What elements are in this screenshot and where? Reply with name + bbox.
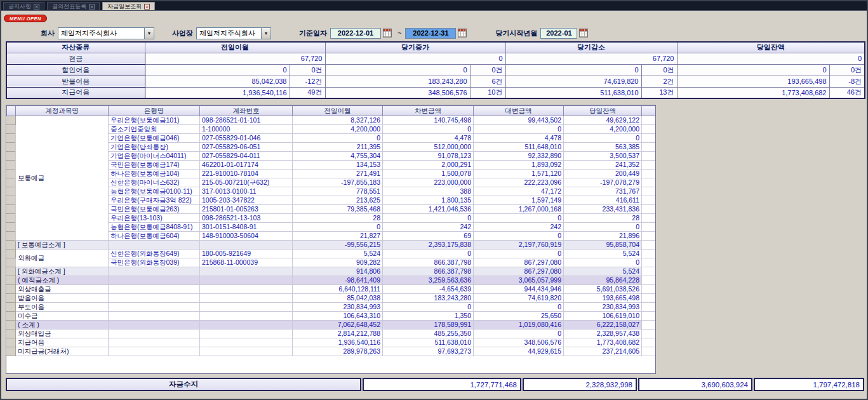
row-selector[interactable] <box>7 267 16 276</box>
daily-balance-cell: 0 <box>564 258 642 267</box>
calendar-icon[interactable] <box>458 29 467 37</box>
detail-row[interactable]: 미수금106,643,3101,35025,650106,619,010 <box>7 312 656 321</box>
credit-amount-cell: 242 <box>474 223 564 232</box>
row-selector[interactable] <box>7 338 16 347</box>
detail-row[interactable]: 미지급금(거래처)289,978,26397,693,27344,929,615… <box>7 347 656 356</box>
asset-type-button[interactable]: 받을어음 <box>6 76 145 87</box>
tab-notice[interactable]: 공지사항 × <box>3 2 44 10</box>
row-selector[interactable] <box>7 312 16 321</box>
detail-row[interactable]: 부도어음230,834,99300230,834,993 <box>7 303 656 312</box>
row-selector[interactable] <box>7 303 16 312</box>
dropdown-arrow-icon[interactable]: ▼ <box>261 28 270 39</box>
detail-row[interactable]: ( 예적금소계 )-98,641,4093,259,563,6363,065,0… <box>7 276 656 285</box>
account-name-cell: 받을어음 <box>16 294 109 303</box>
account-number-cell: 301-0151-8408-91 <box>200 223 293 232</box>
row-selector[interactable] <box>7 187 16 196</box>
menu-open-button[interactable]: MENU OPEN <box>4 15 47 22</box>
asset-type-button[interactable]: 지급어음 <box>6 87 145 98</box>
row-selector[interactable] <box>7 116 16 125</box>
tab-close-icon[interactable]: × <box>34 4 39 10</box>
daily-balance-cell: 95,864,228 <box>564 276 642 285</box>
row-selector[interactable] <box>7 205 16 214</box>
account-number-cell <box>200 267 293 276</box>
spacer-cell <box>642 214 656 223</box>
daily-balance-cell: 731,767 <box>564 187 642 196</box>
row-selector[interactable] <box>7 321 16 330</box>
debit-amount-cell: 0 <box>383 214 474 223</box>
detail-row[interactable]: [ 외화예금소계 ]914,806866,387,798867,297,0805… <box>7 267 656 276</box>
summary-header-decrease: 당기감소 <box>505 42 677 53</box>
tab-label: 공지사항 <box>8 3 31 11</box>
row-selector[interactable] <box>7 276 16 285</box>
prev-balance-cell: 213,625 <box>293 196 383 205</box>
row-selector[interactable] <box>7 241 16 250</box>
row-selector[interactable] <box>7 294 16 303</box>
debit-amount-cell: 1,800,135 <box>383 196 474 205</box>
tab-voucher-entry[interactable]: 결의전표등록 × <box>47 2 100 10</box>
credit-amount-cell: 1,597,149 <box>474 196 564 205</box>
bank-name-cell <box>109 303 200 312</box>
prev-balance-cell: 85,042,038 <box>293 294 383 303</box>
row-selector[interactable] <box>7 347 16 356</box>
detail-row[interactable]: [ 보통예금소계 ]-99,556,2152,393,175,8382,197,… <box>7 241 656 250</box>
row-selector[interactable] <box>7 196 16 205</box>
tab-fund-daily-report[interactable]: 자금일보조회 × <box>102 2 155 10</box>
detail-row[interactable]: 외상매입금2,814,212,788485,255,35002,328,957,… <box>7 330 656 338</box>
account-name-cell: 외화예금 <box>16 250 109 267</box>
calendar-icon[interactable] <box>383 29 392 37</box>
daily-balance-cell: 241,352 <box>564 161 642 170</box>
account-number-cell <box>200 276 293 285</box>
date-range-separator: ~ <box>397 29 401 37</box>
debit-amount-cell: 183,243,280 <box>383 294 474 303</box>
detail-row[interactable]: 외화예금신한은행(외화통장649)180-005-9216495,524005,… <box>7 250 656 258</box>
row-selector[interactable] <box>7 152 16 161</box>
base-date-from-input[interactable]: 2022-12-01 <box>330 28 381 39</box>
row-selector[interactable] <box>7 134 16 143</box>
detail-row[interactable]: 외상매출금6,640,128,111-4,654,639944,434,9465… <box>7 285 656 294</box>
account-name-cell: [ 보통예금소계 ] <box>16 241 109 250</box>
prev-balance-cell: 7,062,648,452 <box>293 321 383 330</box>
spacer-cell <box>642 205 656 214</box>
spacer-cell <box>642 178 656 187</box>
asset-type-button[interactable]: 할인어음 <box>6 64 145 76</box>
tab-close-icon[interactable]: × <box>89 4 95 10</box>
base-date-to-input[interactable]: 2022-12-31 <box>405 28 456 39</box>
detail-row[interactable]: 받을어음85,042,038183,243,28074,619,820193,6… <box>7 294 656 303</box>
account-name-cell: 지급어음 <box>16 338 109 347</box>
tab-close-icon[interactable]: × <box>144 4 150 10</box>
credit-amount-cell: 0 <box>474 125 564 134</box>
detail-row[interactable]: ( 소계 )7,062,648,452178,589,9911,019,080,… <box>7 321 656 330</box>
prev-balance-cell: 2,814,212,788 <box>293 330 383 338</box>
company-select[interactable]: 제일저지주식회사 ▼ <box>58 27 154 39</box>
detail-row[interactable]: 보통예금우리은행(보통예금101)098-286521-01-1018,327,… <box>7 116 656 125</box>
row-selector[interactable] <box>7 250 16 258</box>
row-selector[interactable] <box>7 232 16 241</box>
debit-amount-cell: 866,387,798 <box>383 267 474 276</box>
count-cell: 10건 <box>470 87 505 98</box>
row-selector[interactable] <box>7 214 16 223</box>
amount-cell: 0 <box>677 53 865 64</box>
calendar-icon[interactable] <box>579 29 588 37</box>
debit-amount-cell: 0 <box>383 250 474 258</box>
row-selector[interactable] <box>7 285 16 294</box>
period-start-input[interactable]: 2022-01 <box>540 28 577 39</box>
row-selector[interactable] <box>7 258 16 267</box>
row-selector[interactable] <box>7 170 16 178</box>
account-number-cell: 098-286521-01-101 <box>200 116 293 125</box>
row-selector[interactable] <box>7 161 16 170</box>
row-selector[interactable] <box>7 143 16 152</box>
row-selector[interactable] <box>7 330 16 338</box>
spacer-cell <box>642 338 656 347</box>
bank-name-cell: 하나은행(보통예금604) <box>109 232 200 241</box>
account-number-cell: 317-0013-0100-11 <box>200 187 293 196</box>
site-select[interactable]: 제일저지주식회사 ▼ <box>196 27 271 39</box>
spacer-cell <box>642 312 656 321</box>
row-selector[interactable] <box>7 178 16 187</box>
detail-row[interactable]: 지급어음1,936,540,116511,638,010348,506,5761… <box>7 338 656 347</box>
account-name-cell: 부도어음 <box>16 303 109 312</box>
bank-name-cell: 농협은행(보통예금0100-11) <box>109 187 200 196</box>
row-selector[interactable] <box>7 125 16 134</box>
row-selector[interactable] <box>7 223 16 232</box>
asset-type-button[interactable]: 현금 <box>6 53 145 64</box>
dropdown-arrow-icon[interactable]: ▼ <box>144 28 154 39</box>
